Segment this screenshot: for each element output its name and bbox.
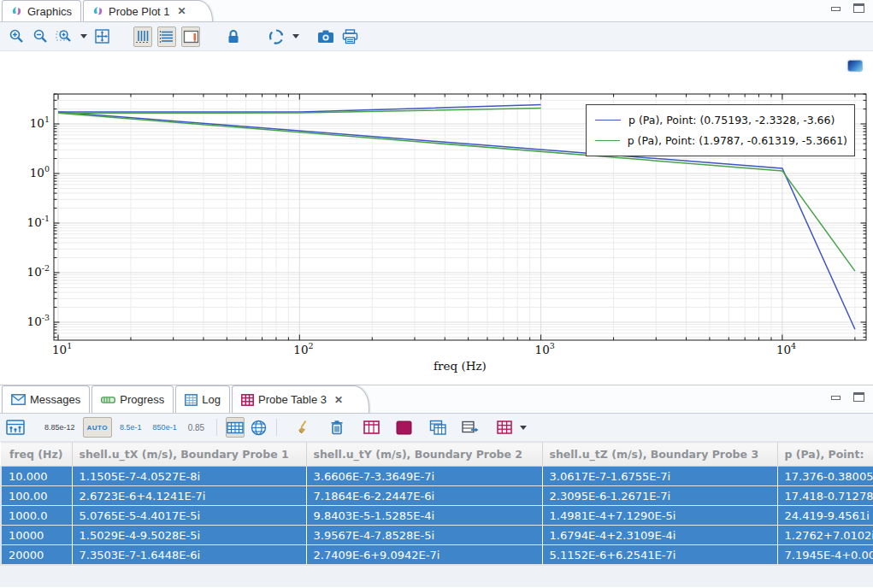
zoom-out-icon[interactable] [31, 26, 50, 47]
table-row[interactable]: 200007.3503E-7-1.6448E-6i2.7409E-6+9.094… [1, 545, 873, 565]
table-cell: 1.5029E-4-9.5028E-5i [72, 526, 306, 545]
legend-entry: p (Pa), Point: (0.75193, -2.3328, -3.66) [595, 109, 847, 130]
export-table-icon[interactable] [461, 417, 480, 438]
plot-canvas[interactable]: 10110010-110-210-3101102103104freq (Hz) … [0, 51, 873, 385]
close-icon[interactable]: ✕ [334, 394, 343, 406]
svg-text:10-1: 10-1 [27, 214, 50, 229]
table-cell: 3.9567E-4-7.8528E-5i [306, 526, 542, 545]
envelope-icon [11, 394, 26, 405]
legend-label: p (Pa), Point: (1.9787, -0.61319, -5.366… [628, 134, 847, 147]
tab-progress[interactable]: Progress [91, 385, 174, 413]
minimize-button[interactable] [830, 3, 841, 13]
x-grid-toggle-icon[interactable] [133, 26, 152, 47]
log-table-icon [185, 394, 198, 406]
lock-icon[interactable] [224, 26, 243, 47]
table-cell: 1.6794E-4+2.3109E-4i [542, 526, 777, 545]
table-cell: 5.1152E-6+6.2541E-7i [542, 545, 777, 565]
full-precision-button[interactable]: 8.85 e-12 [41, 417, 79, 438]
svg-text:103: 103 [535, 341, 555, 356]
table-header-row: freq (Hz)shell.u_tX (m/s), Boundary Prob… [1, 443, 873, 467]
delete-table-trash-icon[interactable] [327, 417, 346, 438]
table-cell: 7.1864E-6-2.2447E-6i [306, 486, 542, 506]
svg-text:10-2: 10-2 [27, 263, 50, 279]
svg-text:10-3: 10-3 [27, 313, 50, 328]
svg-text:100: 100 [30, 164, 50, 179]
results-tabbar: Messages Progress Log Probe Table 3 ✕ [0, 385, 873, 414]
table-graph-icon[interactable] [362, 417, 380, 438]
engineering-notation-button[interactable]: 850 e-1 [150, 417, 180, 438]
zoom-box-icon[interactable] [55, 26, 74, 47]
table-cell: 1.2762+7.0102i [777, 526, 873, 545]
svg-text:freq (Hz): freq (Hz) [434, 359, 487, 373]
probe-table-dropdown-icon[interactable] [520, 426, 527, 430]
clear-table-broom-icon[interactable] [295, 417, 314, 438]
tab-probe-table-3[interactable]: Probe Table 3 ✕ [232, 385, 369, 413]
column-header: shell.u_tZ (m/s), Boundary Probe 3 [542, 443, 777, 467]
table-cell: 3.0617E-7-1.6755E-7i [542, 467, 777, 486]
maximize-button[interactable] [853, 3, 864, 13]
print-icon[interactable] [340, 26, 359, 47]
full-table-view-icon[interactable] [249, 417, 268, 438]
table-cell: 17.376-0.38005i [777, 467, 873, 486]
maximize-button[interactable] [853, 392, 864, 402]
table-view-toggle-icon[interactable] [226, 417, 245, 438]
zoom-in-icon[interactable] [7, 26, 26, 47]
table-cell: 1000.0 [1, 506, 72, 526]
table-row[interactable]: 100001.5029E-4-9.5028E-5i3.9567E-4-7.852… [1, 526, 873, 545]
column-header: freq (Hz) [1, 443, 72, 467]
legend-label: p (Pa), Point: (0.75193, -2.3328, -3.66) [628, 114, 835, 126]
svg-text:102: 102 [293, 341, 313, 356]
column-header: shell.u_tY (m/s), Boundary Probe 2 [306, 443, 542, 467]
y-grid-toggle-icon[interactable] [157, 26, 176, 47]
table-cell: 17.418-0.71278i [777, 486, 873, 506]
tab-label: Progress [120, 393, 164, 406]
tab-label: Probe Plot 1 [109, 5, 170, 18]
snapshot-camera-icon[interactable] [316, 26, 335, 47]
tab-messages[interactable]: Messages [2, 385, 90, 413]
graphics-tabbar: Graphics Probe Plot 1 ✕ [0, 0, 873, 22]
progress-bar-icon [101, 396, 115, 404]
tab-label: Messages [30, 393, 80, 406]
probe-table: freq (Hz)shell.u_tX (m/s), Boundary Prob… [0, 442, 873, 565]
tab-probe-plot-1[interactable]: Probe Plot 1 ✕ [83, 0, 213, 21]
table-cell: 7.1945E-4+0.00 [777, 545, 873, 565]
column-header: p (Pa), Point: [777, 443, 873, 467]
table-footer-strip [0, 565, 873, 587]
probe-table-select-icon[interactable] [495, 417, 514, 438]
auto-precision-button[interactable]: AUTO [83, 417, 113, 438]
table-cell: 9.8403E-5-1.5285E-4i [306, 506, 542, 526]
detach-plot-icon[interactable] [847, 60, 863, 72]
toolbar-separator [276, 419, 277, 436]
table-row[interactable]: 1000.05.0765E-5-4.4017E-5i9.8403E-5-1.52… [1, 506, 873, 526]
table-toolbar: 8.85 e-12 AUTO 8.5 e-1 850 e-1 0.85 [0, 414, 873, 442]
refresh-plot-icon[interactable] [267, 26, 286, 47]
legend-line-swatch [595, 140, 620, 141]
minimize-button[interactable] [830, 392, 841, 402]
copy-table-icon[interactable] [428, 417, 447, 438]
comsol-plot-icon [92, 5, 104, 17]
comsol-plot-icon [11, 5, 23, 17]
decimal-notation-button[interactable]: 0.85 [185, 417, 208, 438]
axis-frame-toggle-icon[interactable] [181, 26, 200, 47]
toolbar-separator [216, 419, 217, 436]
update-probe-table-icon[interactable] [5, 417, 26, 438]
zoom-extents-icon[interactable] [92, 26, 111, 47]
table-cell: 100.00 [1, 486, 72, 506]
table-row[interactable]: 100.002.6723E-6+4.1241E-7i7.1864E-6-2.24… [1, 486, 873, 506]
close-icon[interactable]: ✕ [178, 5, 186, 17]
table-cell: 10.000 [1, 467, 72, 486]
table-cell: 20000 [1, 545, 72, 565]
tab-graphics[interactable]: Graphics [2, 0, 81, 21]
table-row[interactable]: 10.0001.1505E-7-4.0527E-8i3.6606E-7-3.36… [1, 467, 873, 486]
refresh-dropdown-icon[interactable] [292, 34, 299, 38]
table-surface-color-swatch[interactable] [394, 417, 413, 438]
graphics-toolbar [0, 22, 873, 51]
zoom-box-dropdown-icon[interactable] [80, 34, 87, 38]
legend-entry: p (Pa), Point: (1.9787, -0.61319, -5.366… [595, 130, 847, 150]
table-cell: 2.7409E-6+9.0942E-7i [306, 545, 542, 565]
results-panel: Messages Progress Log Probe Table 3 ✕ [0, 385, 873, 587]
tab-log[interactable]: Log [175, 385, 230, 413]
tab-label: Log [202, 393, 221, 406]
svg-text:101: 101 [30, 115, 50, 130]
scientific-notation-button[interactable]: 8.5 e-1 [116, 417, 145, 438]
